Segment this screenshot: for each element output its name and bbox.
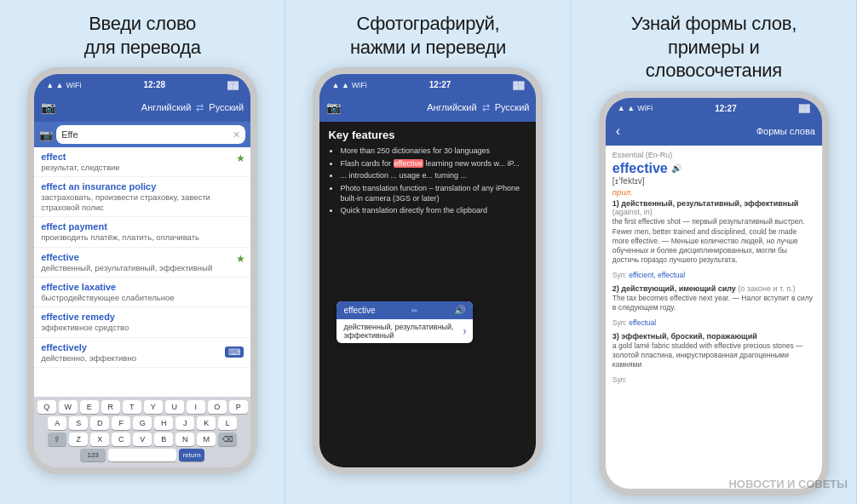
result-item-payment[interactable]: effect payment производить платёж, плати… [34, 217, 250, 247]
kb-shift[interactable]: ⇧ [48, 432, 66, 446]
result-trans-7: действенно, эффективно [41, 353, 136, 363]
dict-word: effective [613, 161, 668, 176]
kb-w[interactable]: W [59, 400, 78, 414]
status-left-3: ▲ ▲ WiFi [618, 104, 653, 112]
star-icon-1[interactable]: ★ [236, 152, 245, 164]
keyboard-1: Q W E R T Y U I O P A S D F G H J K L [34, 397, 250, 467]
kb-u[interactable]: U [165, 400, 184, 414]
kb-return[interactable]: return [179, 449, 204, 461]
kb-h[interactable]: H [154, 416, 173, 430]
result-item-effect[interactable]: effect результат, следствие ★ [34, 147, 250, 177]
panel-3: Узнай формы слов, примеры и словосочетан… [572, 0, 857, 504]
search-clear-1[interactable]: ✕ [233, 129, 240, 140]
result-word-4: effective [41, 252, 244, 262]
popup-speaker-icon[interactable]: 🔊 [454, 305, 466, 316]
keyboard-icon[interactable]: ⌨ [225, 346, 244, 358]
nav-bar-2: 📷 Английский ⇄ Русский [319, 93, 536, 122]
kb-s[interactable]: S [69, 416, 88, 430]
kb-l[interactable]: L [218, 416, 237, 430]
kb-space[interactable] [108, 449, 176, 461]
kb-m[interactable]: M [197, 432, 216, 446]
result-item-effective[interactable]: effective действенный, результативный, э… [34, 248, 250, 278]
camera-features: More than 250 dictionaries for 30 langua… [328, 146, 527, 216]
star-icon-4[interactable]: ★ [236, 253, 245, 265]
battery-icon: ▓▓ [227, 81, 239, 89]
phone-time-1: 12:28 [143, 80, 165, 89]
result-trans-3: производить платёж, платить, оплачивать [41, 232, 244, 242]
dict-entry-2: 2) действующий, имеющий силу (о законе и… [613, 284, 815, 329]
nav-camera-icon-2[interactable]: 📷 [326, 100, 341, 114]
result-item-laxative[interactable]: effective laxative быстродействующее сла… [34, 278, 250, 307]
kb-f[interactable]: F [112, 416, 130, 430]
camera-nav-icon[interactable]: 📷 [41, 100, 55, 114]
kb-backspace[interactable]: ⌫ [218, 432, 237, 446]
status-left-1: ▲ ▲ WiFi [46, 81, 81, 89]
status-right-1: ▓▓ [227, 81, 239, 89]
result-word-3: effect payment [41, 221, 244, 232]
kb-a[interactable]: A [48, 416, 66, 430]
kb-j[interactable]: J [175, 416, 194, 430]
kb-x[interactable]: X [90, 432, 109, 446]
result-word-6: effective remedy [41, 312, 244, 322]
signal-icon-2: ▲ ▲ [331, 81, 348, 89]
result-item-insurance[interactable]: effect an insurance policy застраховать,… [34, 177, 250, 217]
nav-back-button[interactable]: ‹ [613, 123, 620, 139]
search-input-1[interactable]: Effe ✕ [56, 125, 245, 144]
nav-arrow-1: ⇄ [196, 102, 204, 113]
nav-lang1-2[interactable]: Английский [427, 102, 477, 112]
nav-arrow-2: ⇄ [482, 102, 490, 113]
popup-edit-icon[interactable]: ✏ [411, 306, 418, 315]
dict-entry-1: 1) действенный, результативный, эффектив… [613, 199, 815, 281]
status-left-2: ▲ ▲ WiFi [331, 81, 366, 89]
result-item-effectively[interactable]: effectively действенно, эффективно ⌨ [34, 338, 250, 368]
kb-row-1: Q W E R T Y U I O P [36, 400, 249, 414]
nav-bar-1: 📷 Английский ⇄ Русский [34, 93, 250, 122]
kb-i[interactable]: I [187, 400, 205, 414]
dict-syn-1: efficient, effectual [629, 271, 685, 279]
nav-bar-3: ‹ Формы слова [606, 117, 822, 146]
kb-row-3: ⇧ Z X C V B N M ⌫ [36, 432, 249, 446]
popup-word-text: effective [343, 306, 375, 315]
dict-syn-label-1: Syn: [613, 271, 629, 279]
nav-lang2-2[interactable]: Русский [495, 102, 530, 112]
kb-q[interactable]: Q [37, 400, 56, 414]
dict-entry-num-1: 1) действенный, результативный, эффектив… [613, 199, 815, 216]
camera-heading: Key features [328, 129, 527, 141]
kb-d[interactable]: D [90, 416, 109, 430]
panel-1: Введи слово для перевода ▲ ▲ WiFi 12:28 … [0, 0, 285, 504]
panel-3-title: Узнай формы слов, примеры и словосочетан… [631, 12, 797, 83]
kb-r[interactable]: R [101, 400, 120, 414]
dict-entry-num-2: 2) действующий, имеющий силу (о законе и… [613, 284, 815, 293]
kb-k[interactable]: K [197, 416, 216, 430]
kb-123[interactable]: 123 [80, 449, 106, 461]
kb-g[interactable]: G [133, 416, 152, 430]
kb-row-4: 123 return [36, 449, 249, 461]
dict-syn-label-2: Syn: [613, 318, 629, 327]
result-item-remedy[interactable]: effective remedy эффективное средство [34, 307, 250, 337]
kb-b[interactable]: B [154, 432, 173, 446]
dict-example-1b: Fewer men, better trained and discipline… [613, 227, 815, 265]
kb-z[interactable]: Z [69, 432, 88, 446]
kb-p[interactable]: P [229, 400, 248, 414]
panel-1-title: Введи слово для перевода [84, 12, 201, 59]
search-camera-icon[interactable]: 📷 [39, 129, 53, 141]
kb-o[interactable]: O [208, 400, 227, 414]
nav-lang2-1[interactable]: Русский [209, 102, 244, 112]
kb-c[interactable]: C [112, 432, 130, 446]
phone-time-3: 12:27 [715, 104, 737, 113]
phone-3: ▲ ▲ WiFi 12:27 ▓▓ ‹ Формы слова Essentia… [599, 91, 829, 496]
search-bar-1: 📷 Effe ✕ [34, 122, 250, 147]
kb-e[interactable]: E [80, 400, 99, 414]
result-trans-4: действенный, результативный, эффективный [41, 263, 244, 272]
kb-row-2: A S D F G H J K L [36, 416, 249, 430]
kb-n[interactable]: N [175, 432, 194, 446]
popup-arrow[interactable]: › [463, 325, 466, 337]
nav-lang1-1[interactable]: Английский [141, 102, 192, 112]
kb-y[interactable]: Y [144, 400, 163, 414]
battery-icon-3: ▓▓ [799, 104, 810, 112]
status-bar-2: ▲ ▲ WiFi 12:27 ▓▓ [319, 74, 536, 93]
kb-v[interactable]: V [133, 432, 152, 446]
wifi-icon-3: WiFi [637, 104, 653, 112]
dict-speaker-icon[interactable]: 🔊 [671, 163, 682, 173]
kb-t[interactable]: T [123, 400, 141, 414]
